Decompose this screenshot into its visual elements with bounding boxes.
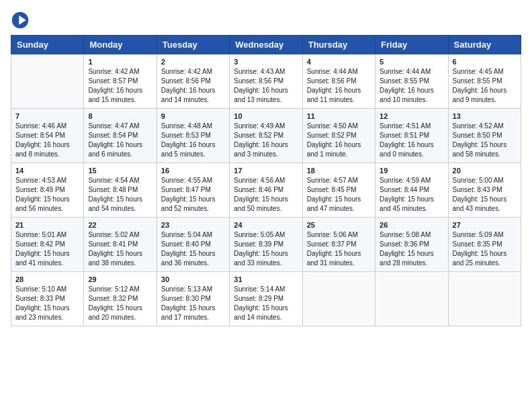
calendar-cell: 10 Sunrise: 4:49 AM Sunset: 8:52 PM Dayl… (230, 109, 302, 163)
calendar-week-row: 14 Sunrise: 4:53 AM Sunset: 8:49 PM Dayl… (11, 163, 521, 218)
calendar-cell: 15 Sunrise: 4:54 AM Sunset: 8:48 PM Dayl… (84, 163, 157, 218)
day-number: 12 (380, 112, 443, 120)
daylight: Daylight: 15 hours and 23 minutes. (15, 304, 79, 322)
sunset: Sunset: 8:52 PM (234, 131, 298, 140)
sunrise: Sunrise: 4:48 AM (161, 122, 225, 131)
day-number: 5 (380, 58, 443, 66)
day-info: Sunrise: 4:44 AM Sunset: 8:56 PM Dayligh… (307, 67, 371, 105)
sunrise: Sunrise: 5:08 AM (380, 230, 443, 240)
day-info: Sunrise: 5:12 AM Sunset: 8:32 PM Dayligh… (88, 285, 152, 322)
day-number: 20 (453, 167, 517, 175)
day-number: 1 (88, 58, 152, 66)
day-info: Sunrise: 4:54 AM Sunset: 8:48 PM Dayligh… (88, 176, 152, 214)
sunrise: Sunrise: 4:43 AM (234, 67, 298, 77)
day-number: 11 (307, 112, 371, 120)
sunrise: Sunrise: 5:12 AM (88, 285, 152, 294)
calendar-cell: 8 Sunrise: 4:47 AM Sunset: 8:54 PM Dayli… (84, 109, 157, 163)
sunset: Sunset: 8:46 PM (234, 185, 298, 195)
day-number: 16 (161, 167, 225, 175)
day-number: 14 (15, 167, 79, 175)
sunset: Sunset: 8:54 PM (15, 131, 79, 140)
sunrise: Sunrise: 4:45 AM (453, 67, 517, 77)
sunset: Sunset: 8:54 PM (88, 131, 152, 140)
daylight: Daylight: 15 hours and 38 minutes. (88, 249, 152, 268)
daylight: Daylight: 15 hours and 56 minutes. (15, 195, 79, 214)
sunset: Sunset: 8:44 PM (380, 185, 443, 195)
calendar-week-row: 7 Sunrise: 4:46 AM Sunset: 8:54 PM Dayli… (11, 109, 521, 163)
sunrise: Sunrise: 5:05 AM (234, 230, 298, 240)
sunset: Sunset: 8:55 PM (453, 77, 517, 86)
sunrise: Sunrise: 5:13 AM (161, 285, 225, 294)
sunrise: Sunrise: 5:04 AM (161, 230, 225, 240)
calendar-cell: 21 Sunrise: 5:01 AM Sunset: 8:42 PM Dayl… (11, 218, 84, 272)
daylight: Daylight: 15 hours and 50 minutes. (234, 195, 298, 214)
calendar-cell: 23 Sunrise: 5:04 AM Sunset: 8:40 PM Dayl… (157, 218, 229, 272)
daylight: Daylight: 15 hours and 20 minutes. (88, 304, 152, 322)
daylight: Daylight: 16 hours and 13 minutes. (234, 86, 298, 105)
sunset: Sunset: 8:35 PM (453, 240, 517, 249)
day-info: Sunrise: 5:13 AM Sunset: 8:30 PM Dayligh… (161, 285, 225, 322)
day-number: 6 (453, 58, 517, 66)
sunset: Sunset: 8:33 PM (15, 294, 79, 304)
daylight: Daylight: 15 hours and 47 minutes. (307, 195, 371, 214)
day-info: Sunrise: 4:49 AM Sunset: 8:52 PM Dayligh… (234, 122, 298, 159)
day-info: Sunrise: 5:08 AM Sunset: 8:36 PM Dayligh… (380, 230, 443, 268)
day-number: 13 (453, 112, 517, 120)
calendar-week-row: 21 Sunrise: 5:01 AM Sunset: 8:42 PM Dayl… (11, 218, 521, 272)
sunrise: Sunrise: 5:01 AM (15, 230, 79, 240)
calendar-cell: 13 Sunrise: 4:52 AM Sunset: 8:50 PM Dayl… (448, 109, 521, 163)
day-number: 8 (88, 112, 152, 120)
calendar-cell: 5 Sunrise: 4:44 AM Sunset: 8:55 PM Dayli… (375, 54, 448, 109)
day-number: 9 (161, 112, 225, 120)
day-number: 31 (234, 275, 298, 283)
calendar-cell: 7 Sunrise: 4:46 AM Sunset: 8:54 PM Dayli… (11, 109, 84, 163)
daylight: Daylight: 15 hours and 41 minutes. (15, 249, 79, 268)
calendar-cell: 4 Sunrise: 4:44 AM Sunset: 8:56 PM Dayli… (302, 54, 375, 109)
day-number: 28 (15, 275, 79, 283)
day-number: 18 (307, 167, 371, 175)
day-info: Sunrise: 4:52 AM Sunset: 8:50 PM Dayligh… (453, 122, 517, 159)
sunset: Sunset: 8:32 PM (88, 294, 152, 304)
header-friday: Friday (375, 36, 448, 54)
day-info: Sunrise: 5:14 AM Sunset: 8:29 PM Dayligh… (234, 285, 298, 322)
sunrise: Sunrise: 4:44 AM (307, 67, 371, 77)
daylight: Daylight: 16 hours and 0 minutes. (380, 140, 443, 159)
day-info: Sunrise: 5:04 AM Sunset: 8:40 PM Dayligh… (161, 230, 225, 268)
day-number: 29 (88, 275, 152, 283)
daylight: Daylight: 15 hours and 58 minutes. (453, 140, 517, 159)
day-info: Sunrise: 5:05 AM Sunset: 8:39 PM Dayligh… (234, 230, 298, 268)
daylight: Daylight: 16 hours and 9 minutes. (453, 86, 517, 105)
page-header (11, 11, 521, 30)
calendar-cell (302, 272, 375, 326)
sunset: Sunset: 8:56 PM (307, 77, 371, 86)
sunset: Sunset: 8:40 PM (161, 240, 225, 249)
sunset: Sunset: 8:45 PM (307, 185, 371, 195)
daylight: Daylight: 15 hours and 36 minutes. (161, 249, 225, 268)
sunrise: Sunrise: 4:54 AM (88, 176, 152, 185)
daylight: Daylight: 15 hours and 45 minutes. (380, 195, 443, 214)
sunrise: Sunrise: 5:09 AM (453, 230, 517, 240)
calendar-cell: 20 Sunrise: 5:00 AM Sunset: 8:43 PM Dayl… (448, 163, 521, 218)
calendar-cell (448, 272, 521, 326)
day-info: Sunrise: 5:06 AM Sunset: 8:37 PM Dayligh… (307, 230, 371, 268)
calendar-header-row: SundayMondayTuesdayWednesdayThursdayFrid… (11, 36, 521, 54)
sunrise: Sunrise: 5:14 AM (234, 285, 298, 294)
day-number: 21 (15, 221, 79, 229)
daylight: Daylight: 16 hours and 3 minutes. (234, 140, 298, 159)
daylight: Daylight: 15 hours and 14 minutes. (234, 304, 298, 322)
day-number: 22 (88, 221, 152, 229)
daylight: Daylight: 15 hours and 28 minutes. (380, 249, 443, 268)
day-info: Sunrise: 5:10 AM Sunset: 8:33 PM Dayligh… (15, 285, 79, 322)
day-info: Sunrise: 4:56 AM Sunset: 8:46 PM Dayligh… (234, 176, 298, 214)
header-wednesday: Wednesday (230, 36, 302, 54)
calendar-cell (11, 54, 84, 109)
daylight: Daylight: 15 hours and 17 minutes. (161, 304, 225, 322)
sunrise: Sunrise: 4:44 AM (380, 67, 443, 77)
day-info: Sunrise: 4:51 AM Sunset: 8:51 PM Dayligh… (380, 122, 443, 159)
day-number: 4 (307, 58, 371, 66)
sunrise: Sunrise: 4:50 AM (307, 122, 371, 131)
calendar-cell: 9 Sunrise: 4:48 AM Sunset: 8:53 PM Dayli… (157, 109, 229, 163)
daylight: Daylight: 16 hours and 1 minute. (307, 140, 371, 159)
sunset: Sunset: 8:56 PM (234, 77, 298, 86)
sunset: Sunset: 8:56 PM (161, 77, 225, 86)
